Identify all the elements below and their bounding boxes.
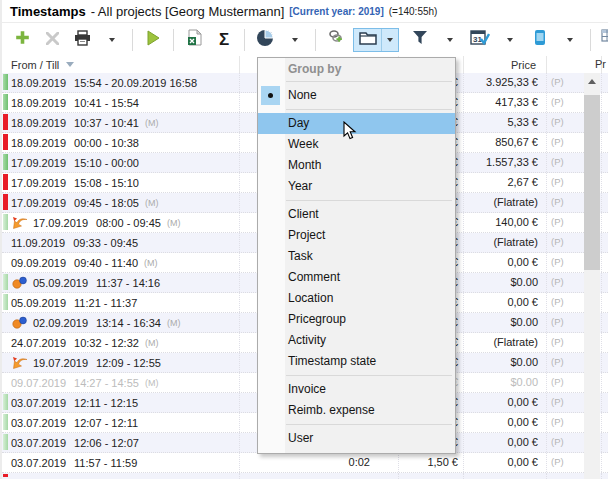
- chart-dropdown-button[interactable]: [280, 27, 310, 53]
- toolbar: Σ: [2, 23, 608, 56]
- scroll-up-button[interactable]: [584, 73, 600, 90]
- start-timer-button[interactable]: [138, 27, 168, 53]
- mobile-dropdown-button[interactable]: [555, 27, 585, 53]
- price-cell: 3.925,33 €: [464, 73, 547, 92]
- menu-separator: [286, 424, 452, 425]
- delete-timestamp-button[interactable]: [37, 27, 67, 53]
- timestamp-date: 18.09.2019: [11, 94, 66, 112]
- price-cell: 140,00 €: [464, 213, 547, 232]
- column-header-price[interactable]: Price: [464, 56, 547, 73]
- from-till-cell: 17.09.2019 08:00 - 09:45 (M): [2, 213, 240, 232]
- sum-button[interactable]: Σ: [209, 27, 239, 53]
- status-bar: [3, 374, 8, 390]
- toolbar-separator: [590, 29, 591, 51]
- price-cell: 0,00 €: [464, 293, 547, 312]
- menu-item-none[interactable]: None: [258, 85, 455, 106]
- price-cell: 0,00 €: [464, 453, 547, 472]
- toolbar-separator: [244, 29, 245, 51]
- filter-button[interactable]: [405, 27, 435, 53]
- menu-item-task[interactable]: Task: [258, 246, 455, 267]
- timestamp-time: 09:45 - 18:05: [74, 194, 139, 212]
- add-timestamp-button[interactable]: [7, 27, 37, 53]
- flame-arrow-icon: [11, 356, 28, 370]
- price-cell: 417,33 €: [464, 93, 547, 112]
- sum-sigma-icon: Σ: [219, 31, 229, 48]
- flame-arrow-icon: [11, 216, 28, 230]
- chevron-down-icon: [387, 38, 393, 42]
- group-by-menu: Group byNoneDayWeekMonthYearClientProjec…: [257, 57, 456, 454]
- from-till-cell: 18.09.2019 10:37 - 10:41 (M): [2, 113, 240, 132]
- filter-funnel-icon: [412, 30, 428, 49]
- menu-item-pricegroup[interactable]: Pricegroup: [258, 309, 455, 330]
- price-cell: [464, 473, 547, 479]
- column-header-pr-label: Pr: [595, 58, 606, 70]
- handshake-icon: [11, 276, 28, 289]
- group-by-dropdown-button[interactable]: [381, 29, 398, 51]
- price-cell: (Flatrate): [464, 193, 547, 212]
- chevron-down-icon: [292, 38, 298, 42]
- filter-dropdown-button[interactable]: [435, 27, 465, 53]
- menu-item-reimb-expense[interactable]: Reimb. expense: [258, 400, 455, 421]
- manual-marker: (M): [145, 334, 159, 352]
- timestamp-date: 02.09.2019: [33, 314, 88, 332]
- from-till-cell: 03.07.2019 11:57 - 11:59: [2, 453, 240, 472]
- calendar-dropdown-button[interactable]: [495, 27, 525, 53]
- price-cell: 0,00 €: [464, 253, 547, 272]
- manual-marker: (M): [145, 114, 159, 132]
- menu-item-timestamp-state[interactable]: Timestamp state: [258, 351, 455, 372]
- chevron-down-icon: [567, 38, 573, 42]
- internal-cell: 1,50 €: [399, 453, 464, 472]
- mobile-button[interactable]: [525, 27, 555, 53]
- menu-item-year[interactable]: Year: [258, 176, 455, 197]
- from-till-cell: 05.09.2019 11:21 - 11:37: [2, 293, 240, 312]
- vertical-scrollbar[interactable]: [584, 73, 600, 479]
- price-cell: (Flatrate): [464, 333, 547, 352]
- menu-item-client[interactable]: Client: [258, 204, 455, 225]
- timestamp-time: 00:00 - 10:38: [74, 134, 139, 152]
- menu-item-month[interactable]: Month: [258, 155, 455, 176]
- column-header-flag[interactable]: [547, 56, 602, 73]
- column-header-label: Price: [511, 59, 536, 71]
- printer-icon: [74, 30, 91, 50]
- menu-item-comment[interactable]: Comment: [258, 267, 455, 288]
- status-bar: [3, 74, 8, 90]
- status-bar: [3, 474, 8, 477]
- price-cell: 850,67 €: [464, 133, 547, 152]
- from-till-cell: 19.07.2019 12:09 - 12:55: [2, 353, 240, 372]
- menu-item-project[interactable]: Project: [258, 225, 455, 246]
- link-add-button[interactable]: [321, 27, 351, 53]
- menu-item-user[interactable]: User: [258, 428, 455, 449]
- timestamp-date: 17.09.2019: [11, 154, 66, 172]
- timestamp-time: 10:32 - 12:32: [74, 334, 139, 352]
- scrollbar-thumb[interactable]: [584, 95, 600, 270]
- price-cell: $0.00: [464, 273, 547, 292]
- table-row[interactable]: 03.07.2019 11:57 - 11:59 0:02 1,50 € 0,0…: [2, 453, 608, 473]
- calendar-button[interactable]: 31: [465, 27, 495, 53]
- handshake-icon: [11, 316, 28, 329]
- print-button[interactable]: [67, 27, 97, 53]
- from-till-cell: 03.07.2019 12:06 - 12:07: [2, 433, 240, 452]
- menu-item-location[interactable]: Location: [258, 288, 455, 309]
- price-cell: 2,67 €: [464, 173, 547, 192]
- timestamp-time: 11:37 - 14:16: [96, 274, 160, 292]
- from-till-cell: 03.07.2019 12:07 - 12:11: [2, 413, 240, 432]
- from-till-cell: 03.07.2019 12:11 - 12:15: [2, 393, 240, 412]
- excel-export-button[interactable]: [179, 27, 209, 53]
- status-bar: [3, 274, 8, 290]
- timestamp-date: 05.09.2019: [11, 294, 66, 312]
- menu-item-invoice[interactable]: Invoice: [258, 379, 455, 400]
- timestamp-date: 09.09.2019: [11, 254, 66, 272]
- print-dropdown-button[interactable]: [97, 27, 127, 53]
- status-bar: [3, 414, 8, 430]
- from-till-cell: 05.09.2019 11:37 - 14:16: [2, 273, 240, 292]
- menu-item-activity[interactable]: Activity: [258, 330, 455, 351]
- chart-button[interactable]: [250, 27, 280, 53]
- group-by-button[interactable]: [354, 29, 381, 51]
- mobile-phone-icon: [534, 29, 546, 50]
- table-layout-button[interactable]: [596, 27, 608, 53]
- status-bar: [3, 214, 8, 230]
- table-row-partial[interactable]: [2, 473, 608, 479]
- timestamp-date: 17.09.2019: [33, 214, 88, 232]
- column-header-from-till[interactable]: From / Till: [2, 56, 240, 73]
- price-cell: 5,33 €: [464, 113, 547, 132]
